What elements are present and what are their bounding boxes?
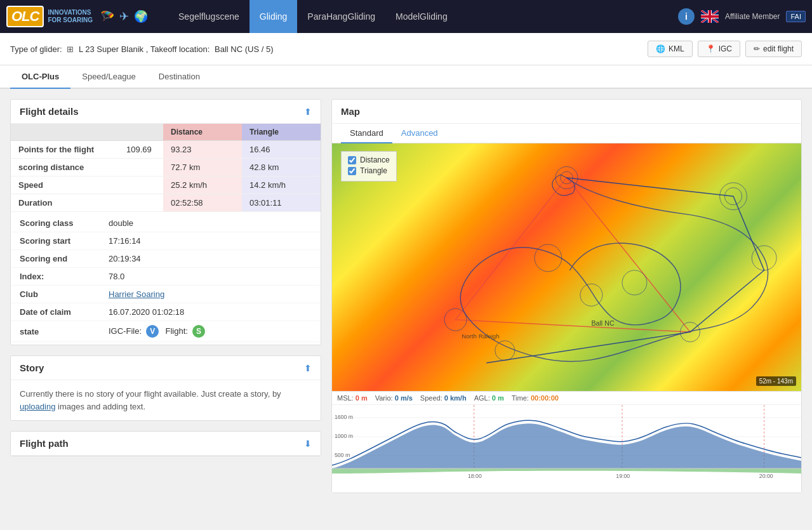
svg-point-16 bbox=[535, 244, 562, 272]
comma-separator: , bbox=[146, 44, 150, 54]
club-value[interactable]: Harrier Soaring bbox=[109, 289, 164, 299]
points-value: 109.69 bbox=[119, 141, 163, 159]
location-icon: 📍 bbox=[706, 44, 715, 53]
scoring-start-label: Scoring start bbox=[20, 236, 109, 246]
story-text-end: images and adding text. bbox=[58, 402, 145, 411]
tab-destination[interactable]: Destination bbox=[147, 65, 211, 89]
glider-type-label: Type of glider: bbox=[10, 44, 62, 54]
glider-grid-icon: ⊞ bbox=[67, 44, 74, 54]
col-header-distance: Distance bbox=[163, 124, 242, 141]
triangle-checkbox[interactable] bbox=[348, 167, 356, 175]
map-legend: Distance Triangle bbox=[341, 151, 397, 182]
table-row: Speed 25.2 km/h 14.2 km/h bbox=[11, 176, 321, 194]
affiliate-label: Affiliate Member bbox=[725, 12, 780, 21]
flight-status-icon: S bbox=[192, 325, 205, 338]
story-upload-link[interactable]: uploading bbox=[20, 402, 55, 411]
collapse-icon[interactable]: ⬆ bbox=[304, 107, 312, 117]
flag-area bbox=[701, 10, 719, 23]
state-value: IGC-File: V Flight: S bbox=[109, 325, 207, 338]
uk-flag-icon bbox=[701, 10, 719, 23]
elevation-x2: 19:00 bbox=[616, 473, 630, 479]
flight-details-card: Flight details ⬆ Distance Triangle Point… bbox=[10, 99, 321, 345]
elevation-x1: 18:00 bbox=[468, 473, 482, 479]
col-header-triangle: Triangle bbox=[242, 124, 321, 141]
svg-point-18 bbox=[622, 270, 647, 295]
flight-path-collapse-icon[interactable]: ⬇ bbox=[304, 439, 312, 449]
svg-rect-8 bbox=[701, 15, 719, 18]
vario-value: 0 m/s bbox=[395, 394, 413, 402]
speed-stat: Speed: 0 km/h bbox=[420, 394, 467, 402]
kml-icon: 🌐 bbox=[656, 44, 665, 53]
speed-value: 0 km/h bbox=[444, 394, 467, 402]
map-tabs: Standard Advanced bbox=[332, 124, 801, 143]
story-text-before: Currently there is no story of your flig… bbox=[20, 389, 281, 399]
flight-stats-table: Distance Triangle Points for the flight … bbox=[11, 124, 321, 212]
takeoff-label: Takeoff location: bbox=[150, 44, 210, 54]
logo[interactable]: OLC bbox=[6, 6, 44, 27]
kml-label: KML bbox=[669, 44, 684, 53]
svg-point-19 bbox=[495, 341, 515, 361]
map-background: Ball NC North Raleigh bbox=[332, 143, 801, 391]
elevation-y2: 1000 m bbox=[335, 433, 353, 439]
distance-legend-label: Distance bbox=[360, 156, 390, 164]
speed-label: Speed: bbox=[420, 394, 443, 402]
table-row: Duration 02:52:58 03:01:11 bbox=[11, 194, 321, 212]
scoring-end-label: Scoring end bbox=[20, 254, 109, 263]
scoring-dist-dist: 72.7 km bbox=[163, 159, 242, 176]
col-header-value bbox=[119, 124, 163, 141]
fai-badge: FAI bbox=[786, 11, 806, 22]
info-icon[interactable]: i bbox=[678, 8, 695, 25]
points-label: Points for the flight bbox=[11, 141, 119, 159]
elevation-x3: 20:00 bbox=[759, 473, 773, 479]
igc-button[interactable]: 📍 IGC bbox=[698, 41, 740, 57]
story-collapse-icon[interactable]: ⬆ bbox=[304, 363, 312, 373]
action-buttons: 🌐 KML 📍 IGC ✏ edit flight bbox=[648, 41, 802, 57]
nav-parahangliding[interactable]: ParaHangGliding bbox=[297, 0, 385, 33]
speed-label: Speed bbox=[11, 176, 119, 194]
date-claim-value: 16.07.2020 01:02:18 bbox=[109, 307, 184, 317]
map-tab-standard[interactable]: Standard bbox=[341, 124, 392, 143]
logo-icons: 🪂 ✈ 🌍 bbox=[98, 10, 150, 23]
navbar: OLC INNOVATIONSFOR SOARING 🪂 ✈ 🌍 Segelfl… bbox=[0, 0, 812, 33]
flight-details-title: Flight details bbox=[20, 106, 79, 117]
elevation-y3: 500 m bbox=[335, 452, 350, 458]
nav-right: i Affiliate Member FAI bbox=[678, 8, 806, 25]
duration-label: Duration bbox=[11, 194, 119, 212]
distance-checkbox[interactable] bbox=[348, 156, 356, 164]
map-tab-advanced[interactable]: Advanced bbox=[392, 124, 447, 143]
igc-label: IGC bbox=[719, 44, 732, 53]
vario-stat: Vario: 0 m/s bbox=[375, 394, 413, 402]
time-value: 00:00:00 bbox=[531, 394, 559, 402]
nav-gliding[interactable]: Gliding bbox=[250, 0, 298, 33]
story-header: Story ⬆ bbox=[11, 356, 321, 380]
table-row: scoring distance 72.7 km 42.8 km bbox=[11, 159, 321, 176]
date-claim-label: Date of claim bbox=[20, 307, 109, 317]
points-dist: 93.23 bbox=[163, 141, 242, 159]
tab-olcplus[interactable]: OLC-Plus bbox=[10, 65, 70, 89]
elevation-graph: 1600 m 1000 m 500 m 18:00 19:00 20:00 bbox=[332, 405, 801, 481]
edit-flight-button[interactable]: ✏ edit flight bbox=[745, 41, 802, 57]
map-header: Map bbox=[332, 100, 801, 124]
tab-speedleague[interactable]: Speed/League bbox=[70, 65, 147, 89]
scoring-class-label: Scoring class bbox=[20, 218, 109, 228]
map-card: Map Standard Advanced bbox=[331, 99, 802, 493]
right-panel: Map Standard Advanced bbox=[331, 99, 802, 493]
map-container: Ball NC North Raleigh Distance Triangle bbox=[332, 143, 801, 391]
nav-modelgliding[interactable]: ModelGliding bbox=[385, 0, 458, 33]
flight-detail-rows: Scoring class double Scoring start 17:16… bbox=[11, 212, 321, 345]
msl-stat: MSL: 0 m bbox=[337, 394, 368, 402]
takeoff-location: Ball NC (US / 5) bbox=[215, 44, 273, 54]
flight-path-svg: Ball NC North Raleigh bbox=[332, 143, 801, 391]
glider-icon-3: 🌍 bbox=[134, 10, 148, 23]
nav-segelflugscene[interactable]: Segelflugscene bbox=[168, 0, 250, 33]
tabs-bar: OLC-Plus Speed/League Destination bbox=[0, 65, 812, 89]
kml-button[interactable]: 🌐 KML bbox=[648, 41, 693, 57]
glider-info: Type of glider: ⊞ L 23 Super Blanik , Ta… bbox=[10, 44, 273, 54]
detail-row: Scoring start 17:16:14 bbox=[11, 232, 321, 250]
detail-row: Index: 78.0 bbox=[11, 268, 321, 286]
detail-row: Date of claim 16.07.2020 01:02:18 bbox=[11, 303, 321, 321]
triangle-legend: Triangle bbox=[348, 166, 390, 175]
state-label: state bbox=[20, 327, 109, 336]
svg-text:Ball NC: Ball NC bbox=[591, 319, 615, 327]
glider-icon-1: 🪂 bbox=[100, 10, 114, 23]
